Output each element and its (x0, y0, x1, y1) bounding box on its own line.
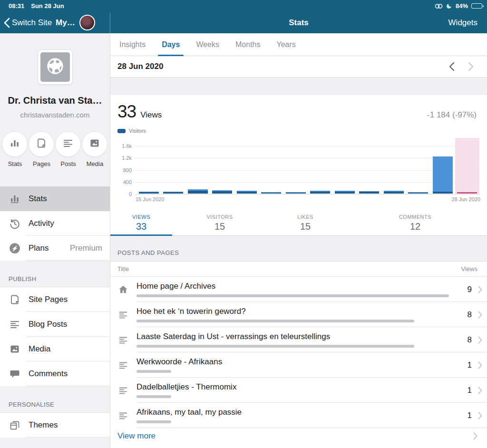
views-change: -1 184 (-97%) (427, 110, 477, 120)
quick-actions: Stats Pages Posts Media (0, 131, 110, 167)
previous-day-button[interactable] (449, 62, 455, 71)
sidebar-item-blog-posts[interactable]: Blog Posts (0, 312, 110, 337)
views-bar (359, 191, 379, 194)
tab-days[interactable]: Days (160, 33, 182, 56)
quick-action-pages[interactable]: Pages (31, 131, 52, 167)
spacer-band (110, 78, 487, 95)
chart-bar-24-jun[interactable] (357, 138, 382, 194)
views-progress-bar (136, 294, 449, 297)
quick-action-posts[interactable]: Posts (58, 131, 78, 167)
chart-bar-15-jun[interactable] (136, 138, 161, 194)
chevron-right-icon (472, 361, 482, 369)
sidebar-item-site-pages[interactable]: Site Pages (0, 287, 110, 312)
battery-percent: 84% (456, 2, 468, 10)
chart-bar-16-jun[interactable] (161, 138, 186, 194)
sidebar-item-label: Plans (29, 243, 49, 253)
chart-bar-20-jun[interactable] (259, 138, 284, 194)
chart-bar-23-jun[interactable] (332, 138, 357, 194)
sidebar-item-stats[interactable]: Stats (0, 186, 110, 211)
summary-tab-likes[interactable]: LIKES 15 (267, 210, 343, 235)
sidebar-item-media[interactable]: Media (0, 337, 110, 361)
views-bar (261, 192, 281, 194)
visitors-bar (188, 191, 208, 194)
chart-bar-25-jun[interactable] (381, 138, 406, 194)
posts-and-pages-header: POSTS AND PAGES (110, 236, 487, 262)
quick-action-label: Stats (5, 160, 25, 167)
period-tabs: Insights Days Weeks Months Years (110, 33, 487, 56)
summary-tab-comments[interactable]: COMMENTS 12 (343, 210, 487, 235)
sidebar-item-themes[interactable]: Themes (0, 413, 110, 438)
y-axis-tick-label: 800 (117, 167, 132, 173)
selected-date: 28 Jun 2020 (117, 62, 163, 71)
back-button[interactable]: Switch Site (4, 18, 52, 28)
pages-icon (9, 294, 21, 305)
post-row[interactable]: Dadelballetjies - Thermomix1 (110, 378, 487, 403)
chart-bar-21-jun[interactable] (283, 138, 308, 194)
chart-bar-22-jun[interactable] (308, 138, 333, 194)
chart-bar-26-jun[interactable] (406, 138, 431, 194)
post-title: Laaste Saterdag in Ust - verrassings en … (136, 332, 449, 341)
views-bar (433, 156, 453, 194)
chart-bar-19-jun[interactable] (234, 138, 259, 194)
post-row[interactable]: Afrikaans, my taal, my passie1 (110, 403, 487, 428)
sidebar-item-activity[interactable]: Activity (0, 211, 110, 236)
summary-label: VISITORS (206, 214, 233, 220)
summary-label: VIEWS (132, 214, 150, 220)
activity-icon (9, 217, 21, 230)
summary-value: 15 (214, 221, 225, 232)
post-row[interactable]: Laaste Saterdag in Ust - verrassings en … (110, 327, 487, 352)
views-progress-bar (136, 420, 449, 423)
sidebar-item-label: Themes (29, 420, 58, 430)
chart-bar-17-jun[interactable] (185, 138, 210, 194)
next-day-button[interactable] (468, 62, 474, 71)
quick-action-label: Posts (58, 160, 78, 167)
visitors-bar (163, 192, 183, 194)
visitors-bar (310, 192, 330, 194)
chart-bar-27-jun[interactable] (430, 138, 455, 194)
chevron-right-icon (467, 432, 477, 440)
visitors-bar (212, 191, 232, 194)
posts-icon (9, 319, 21, 330)
quick-action-stats[interactable]: Stats (5, 131, 25, 167)
visitors-bar (384, 192, 404, 194)
views-progress-bar (136, 320, 449, 322)
quick-action-label: Pages (31, 160, 52, 167)
chart-bar-18-jun[interactable] (210, 138, 235, 194)
visitors-bar (261, 193, 281, 194)
quick-action-media[interactable]: Media (85, 131, 105, 167)
stats-main-panel: Insights Days Weeks Months Years 28 Jun … (110, 33, 487, 448)
post-row[interactable]: Home page / Archives9 (110, 277, 487, 302)
sidebar-item-comments[interactable]: Comments (0, 361, 110, 386)
post-views-count: 1 (453, 386, 472, 395)
post-icon (117, 410, 129, 421)
status-date: Sun 28 Jun (31, 2, 64, 10)
site-domain: christavanstaden.com (0, 111, 110, 119)
post-row[interactable]: Werkwoorde - Afrikaans1 (110, 352, 487, 378)
site-title: Dr. Christa van Sta… (0, 95, 110, 106)
date-selector: 28 Jun 2020 (110, 56, 487, 78)
chart-bar-28-jun[interactable] (455, 138, 480, 194)
sidebar-item-plans[interactable]: Plans Premium (0, 236, 110, 261)
summary-tab-visitors[interactable]: VISITORS 15 (172, 210, 267, 235)
summary-value: 12 (410, 221, 420, 232)
tab-weeks[interactable]: Weeks (194, 33, 221, 56)
chart-legend: Visitors (110, 127, 487, 134)
widgets-button[interactable]: Widgets (448, 12, 477, 33)
views-bar (139, 192, 159, 194)
section-header-publish: PUBLISH (0, 261, 110, 287)
summary-tab-views[interactable]: VIEWS 33 (110, 210, 172, 235)
post-title: Home page / Archives (136, 282, 449, 291)
chevron-left-icon (449, 62, 455, 71)
tab-insights[interactable]: Insights (117, 33, 147, 56)
battery-icon (471, 3, 482, 9)
site-icon[interactable] (38, 49, 73, 85)
post-views-count: 8 (453, 335, 472, 345)
tab-months[interactable]: Months (234, 33, 262, 56)
stats-summary-tabs: VIEWS 33 VISITORS 15 LIKES 15 COMMENTS 1… (110, 210, 487, 236)
tab-years[interactable]: Years (274, 33, 297, 56)
views-count: 33 (117, 102, 136, 122)
post-row[interactable]: Hoe het ek ‘n towerin geword?8 (110, 302, 487, 327)
post-title: Afrikaans, my taal, my passie (136, 408, 449, 417)
avatar[interactable] (79, 15, 95, 30)
view-more-link[interactable]: View more (117, 431, 156, 441)
